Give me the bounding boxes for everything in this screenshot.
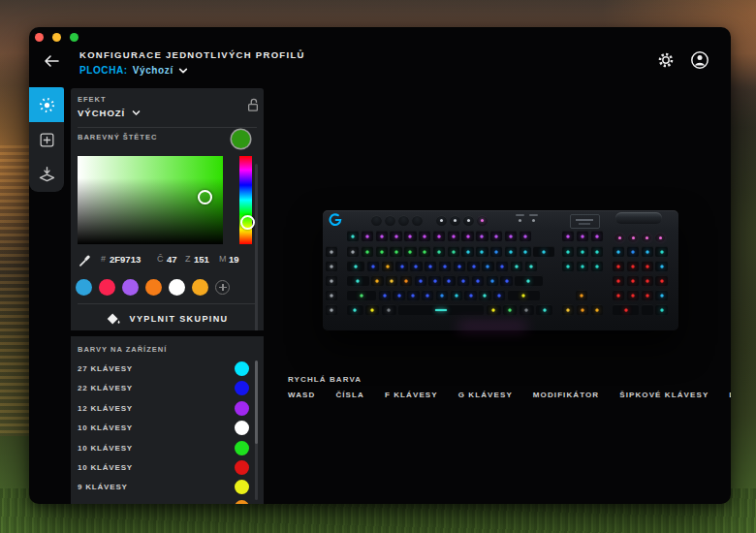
keyboard-key[interactable] xyxy=(443,275,455,286)
keyboard-key[interactable] xyxy=(467,261,479,271)
keyboard-key[interactable] xyxy=(508,290,540,300)
keyboard-key[interactable] xyxy=(505,246,517,257)
keyboard-key[interactable] xyxy=(479,290,490,300)
add-swatch-button[interactable] xyxy=(215,280,230,295)
sidebar-item-add[interactable] xyxy=(29,122,64,157)
keyboard-key[interactable] xyxy=(419,231,430,241)
keyboard-key[interactable] xyxy=(326,290,337,300)
macro-button[interactable] xyxy=(398,215,409,226)
color-swatch[interactable] xyxy=(192,279,208,296)
keyboard-key[interactable] xyxy=(326,275,337,286)
macro-button[interactable] xyxy=(385,215,395,226)
keyboard-key[interactable] xyxy=(419,246,430,257)
keyboard-key[interactable] xyxy=(390,246,401,257)
keyboard-key[interactable] xyxy=(382,261,394,271)
media-button[interactable] xyxy=(655,233,665,242)
keyboard-key[interactable] xyxy=(655,304,667,315)
quick-color-tab[interactable]: F KLÁVESY xyxy=(385,391,438,399)
keyboard-key[interactable] xyxy=(576,290,587,300)
keyboard-key[interactable] xyxy=(500,275,512,286)
traffic-light-close[interactable] xyxy=(35,33,44,42)
keyboard-key[interactable] xyxy=(436,290,448,300)
keyboard-key[interactable] xyxy=(404,246,416,257)
keyboard-key[interactable] xyxy=(326,246,337,257)
keyboard-key[interactable] xyxy=(655,246,667,257)
keyboard-key[interactable] xyxy=(464,290,476,300)
traffic-light-zoom[interactable] xyxy=(70,33,79,42)
keyboard-key[interactable] xyxy=(382,304,396,315)
settings-button[interactable] xyxy=(656,50,676,70)
keyboard-key[interactable] xyxy=(347,290,376,300)
color-swatch[interactable] xyxy=(169,279,185,296)
macro-button[interactable] xyxy=(412,215,423,226)
keyboard-key[interactable] xyxy=(386,275,397,286)
keyboard-key[interactable] xyxy=(613,290,624,300)
function-button[interactable] xyxy=(450,215,460,226)
keyboard-key[interactable] xyxy=(425,261,436,271)
keyboard-key[interactable] xyxy=(642,290,653,300)
keyboard-key[interactable] xyxy=(520,304,534,315)
keyboard-key[interactable] xyxy=(379,290,391,300)
keyboard-key[interactable] xyxy=(347,275,369,286)
keyboard-key[interactable] xyxy=(482,261,493,271)
keyboard-key[interactable] xyxy=(613,275,624,286)
keyboard-key[interactable] xyxy=(376,231,388,241)
keyboard-key[interactable] xyxy=(448,231,459,241)
color-swatch[interactable] xyxy=(76,279,92,296)
keyboard-key[interactable] xyxy=(613,261,624,271)
device-color-row[interactable]: 22 KLÁVESY xyxy=(71,379,253,398)
hue-knob[interactable] xyxy=(240,215,255,230)
keyboard-key[interactable] xyxy=(520,246,531,257)
saturation-knob[interactable] xyxy=(198,190,212,204)
keyboard-key[interactable] xyxy=(642,261,653,271)
keyboard-key[interactable] xyxy=(404,231,416,241)
keyboard-key[interactable] xyxy=(577,304,588,315)
quick-color-tab[interactable]: MODIFIKÁTOR xyxy=(533,391,599,399)
keyboard-key[interactable] xyxy=(461,246,473,257)
keyboard-key[interactable] xyxy=(591,261,603,271)
keyboard-key[interactable] xyxy=(390,231,401,241)
media-button[interactable] xyxy=(614,233,624,242)
keyboard-key[interactable] xyxy=(490,231,502,241)
keyboard-key[interactable] xyxy=(505,231,517,241)
list-scrollbar[interactable] xyxy=(255,361,258,500)
keyboard-key[interactable] xyxy=(511,261,522,271)
keyboard-key[interactable] xyxy=(422,290,433,300)
keyboard-key[interactable] xyxy=(655,275,667,286)
keyboard-key[interactable] xyxy=(362,246,373,257)
keyboard-key[interactable] xyxy=(400,275,412,286)
keyboard-key[interactable] xyxy=(326,304,337,315)
quick-color-tab[interactable]: ŠIPKOVÉ KLÁVESY xyxy=(619,391,709,399)
keyboard-key[interactable] xyxy=(428,275,440,286)
device-color-row[interactable]: 10 KLÁVESY xyxy=(71,458,253,478)
keyboard-key[interactable] xyxy=(451,290,462,300)
function-button[interactable] xyxy=(477,215,488,226)
keyboard-key[interactable] xyxy=(415,275,426,286)
keyboard-key[interactable] xyxy=(393,290,404,300)
keyboard-key[interactable] xyxy=(515,275,543,286)
keyboard-key[interactable] xyxy=(454,261,465,271)
scrollbar-thumb[interactable] xyxy=(255,361,258,444)
keyboard-key[interactable] xyxy=(461,231,473,241)
quick-color-tab[interactable]: ČÍSLA xyxy=(335,391,364,399)
quick-color-tab[interactable]: LOGO xyxy=(729,391,731,399)
keyboard-key[interactable] xyxy=(376,246,388,257)
sidebar-item-lighting[interactable] xyxy=(29,87,64,122)
saturation-picker[interactable] xyxy=(78,156,223,244)
keyboard-key[interactable] xyxy=(642,275,653,286)
keyboard-key[interactable] xyxy=(642,246,653,257)
keyboard-key[interactable] xyxy=(591,246,603,257)
keyboard-key[interactable] xyxy=(448,246,459,257)
keyboard-key[interactable] xyxy=(533,246,553,257)
keyboard-key[interactable] xyxy=(395,261,407,271)
keyboard-key[interactable] xyxy=(503,304,517,315)
keyboard-key[interactable] xyxy=(407,290,419,300)
color-swatch[interactable] xyxy=(145,279,162,296)
device-color-row[interactable] xyxy=(71,498,253,504)
keyboard-key[interactable] xyxy=(367,261,379,271)
keyboard-key[interactable] xyxy=(476,231,488,241)
effect-dropdown[interactable]: VÝCHOZÍ xyxy=(78,108,141,118)
keyboard-key[interactable] xyxy=(362,231,373,241)
keyboard-key[interactable] xyxy=(457,275,469,286)
account-button[interactable] xyxy=(690,50,709,70)
